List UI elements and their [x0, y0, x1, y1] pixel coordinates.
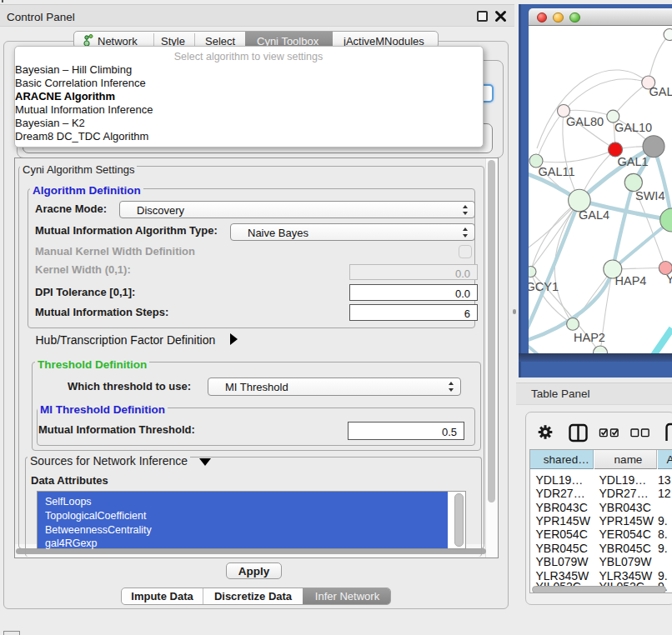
svg-text:GAL11: GAL11 — [539, 165, 575, 178]
svg-text:HAP2: HAP2 — [574, 331, 605, 344]
svg-text:GAL4: GAL4 — [579, 208, 609, 222]
svg-text:GAL2: GAL2 — [649, 85, 672, 98]
svg-text:HAP4: HAP4 — [615, 274, 647, 288]
svg-text:GCY1: GCY1 — [529, 280, 559, 293]
svg-text:GAL10: GAL10 — [614, 121, 652, 134]
svg-text:GAL80: GAL80 — [566, 115, 604, 128]
svg-text:GAL1: GAL1 — [618, 155, 649, 168]
svg-text:Y: Y — [666, 272, 672, 286]
svg-text:SWI4: SWI4 — [635, 189, 664, 202]
